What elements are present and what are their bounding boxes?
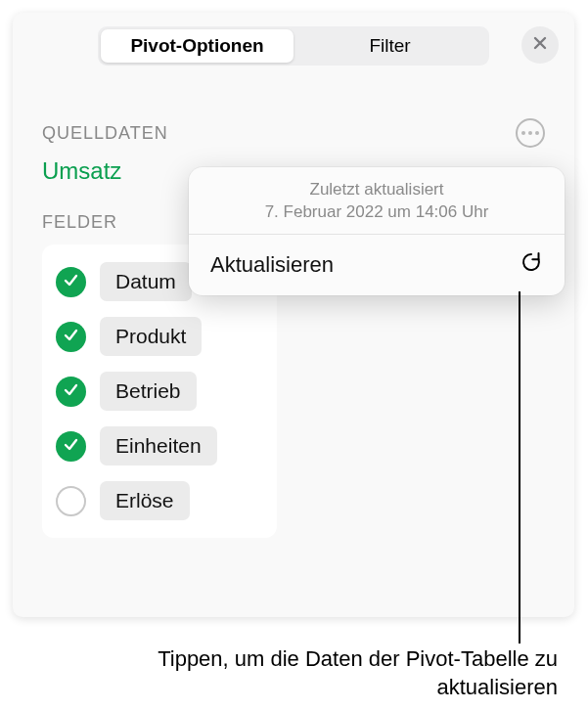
segmented-control: Pivot-Optionen Filter <box>98 26 489 66</box>
field-label: Produkt <box>115 325 186 347</box>
field-pill[interactable]: Betrieb <box>100 372 197 411</box>
source-header: QUELLDATEN <box>42 118 545 148</box>
source-more-button[interactable] <box>516 118 545 148</box>
updated-label: Zuletzt aktualisiert <box>206 179 547 201</box>
field-row: Erlöse <box>56 473 263 528</box>
close-icon <box>532 35 548 55</box>
check-icon <box>63 436 79 457</box>
field-checkbox[interactable] <box>56 486 86 516</box>
check-icon <box>63 272 79 292</box>
field-checkbox[interactable] <box>56 267 86 297</box>
field-checkbox[interactable] <box>56 431 86 462</box>
field-row: Produkt <box>56 309 263 364</box>
refresh-icon <box>520 250 543 280</box>
refresh-label: Aktualisieren <box>210 252 334 278</box>
field-label: Erlöse <box>115 489 174 511</box>
check-icon <box>63 327 79 347</box>
field-pill[interactable]: Produkt <box>100 317 202 356</box>
tab-label: Pivot-Optionen <box>130 35 263 57</box>
ellipsis-icon <box>521 131 525 135</box>
top-bar: Pivot-Optionen Filter <box>13 13 574 77</box>
callout-leader-line <box>519 291 520 643</box>
field-row: Einheiten <box>56 419 263 473</box>
updated-time: 7. Februar 2022 um 14:06 Uhr <box>206 201 547 224</box>
ellipsis-icon <box>528 131 532 135</box>
check-icon <box>63 381 79 402</box>
field-checkbox[interactable] <box>56 322 86 352</box>
tab-label: Filter <box>369 35 410 57</box>
field-label: Einheiten <box>115 434 202 457</box>
field-pill[interactable]: Datum <box>100 262 192 301</box>
close-button[interactable] <box>521 26 559 64</box>
tab-pivot-options[interactable]: Pivot-Optionen <box>101 29 294 63</box>
field-pill[interactable]: Einheiten <box>100 426 217 466</box>
refresh-popover: Zuletzt aktualisiert 7. Februar 2022 um … <box>189 167 565 295</box>
field-label: Betrieb <box>115 379 181 402</box>
tab-filter[interactable]: Filter <box>294 29 486 63</box>
ellipsis-icon <box>535 131 539 135</box>
field-pill[interactable]: Erlöse <box>100 481 190 520</box>
callout-text: Tippen, um die Daten der Pivot-Tabelle z… <box>117 645 558 701</box>
source-label: QUELLDATEN <box>42 123 168 144</box>
refresh-row[interactable]: Aktualisieren <box>189 235 565 295</box>
popover-header: Zuletzt aktualisiert 7. Februar 2022 um … <box>189 167 565 235</box>
field-row: Betrieb <box>56 364 263 419</box>
field-checkbox[interactable] <box>56 377 86 407</box>
field-label: Datum <box>115 270 176 292</box>
pivot-options-panel: Pivot-Optionen Filter QUELLDATEN Umsatz … <box>13 13 574 617</box>
